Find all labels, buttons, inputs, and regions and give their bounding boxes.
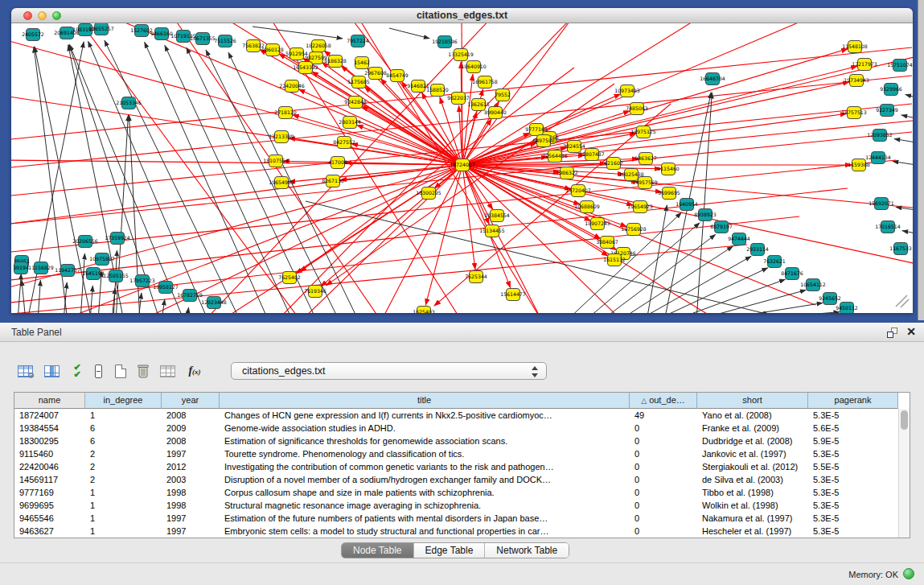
table-cell[interactable]: 9463627 bbox=[14, 525, 85, 538]
table-cell[interactable]: 1997 bbox=[162, 525, 220, 538]
table-cell[interactable]: 0 bbox=[630, 473, 697, 486]
table-cell[interactable]: Estimation of significance thresholds fo… bbox=[220, 435, 630, 447]
table-cell[interactable]: Estimation of the future numbers of pati… bbox=[220, 512, 630, 525]
window-titlebar[interactable]: citations_edges.txt bbox=[11, 8, 913, 23]
table-cell[interactable]: 1 bbox=[85, 525, 162, 538]
table-cell[interactable]: Dudbridge et al. (2008) bbox=[697, 435, 808, 447]
table-cell[interactable]: 5.5E-5 bbox=[808, 460, 898, 473]
column-header-name[interactable]: name bbox=[14, 393, 85, 409]
table-cell[interactable]: 0 bbox=[630, 460, 697, 473]
table-cell[interactable]: 14569117 bbox=[14, 473, 85, 486]
table-cell[interactable]: 18300295 bbox=[14, 435, 85, 447]
table-cell[interactable]: 9465546 bbox=[14, 512, 85, 525]
table-cell[interactable]: Embryonic stem cells: a model to study s… bbox=[220, 525, 630, 538]
table-row[interactable]: 1456911722003Disruption of a novel membe… bbox=[14, 473, 898, 486]
citation-network-graph[interactable]: 2405572206914061883197410655257152760294… bbox=[11, 23, 913, 313]
table-header-row[interactable]: namein_degreeyeartitle△out_de…shortpager… bbox=[14, 393, 898, 409]
table-cell[interactable]: 5.3E-5 bbox=[808, 499, 898, 512]
table-cell[interactable]: 2003 bbox=[162, 473, 220, 486]
table-cell[interactable]: 2009 bbox=[162, 422, 220, 435]
table-cell[interactable]: Hescheler et al. (1997) bbox=[697, 525, 808, 538]
table-scrollbar[interactable] bbox=[898, 409, 910, 538]
table-cell[interactable]: 2 bbox=[85, 460, 162, 473]
table-cell[interactable]: 9115460 bbox=[14, 447, 85, 460]
table-row[interactable]: 2242004622012Investigating the contribut… bbox=[14, 460, 898, 473]
table-cell[interactable]: 5.3E-5 bbox=[808, 473, 898, 486]
table-cell[interactable]: 1 bbox=[85, 499, 162, 512]
function-builder-icon[interactable]: f(x) bbox=[185, 361, 204, 381]
scrollbar-thumb[interactable] bbox=[901, 410, 908, 430]
table-cell[interactable]: 1 bbox=[85, 486, 162, 499]
table-cell[interactable]: 0 bbox=[630, 525, 697, 538]
table-cell[interactable]: 5.3E-5 bbox=[808, 447, 898, 460]
table-cell[interactable]: 1998 bbox=[162, 486, 220, 499]
column-header-out_de[interactable]: △out_de… bbox=[630, 393, 697, 409]
table-cell[interactable]: Structural magnetic resonance image aver… bbox=[220, 499, 630, 512]
table-cell[interactable]: de Silva et al. (2003) bbox=[697, 473, 808, 486]
network-canvas[interactable]: 2405572206914061883197410655257152760294… bbox=[11, 23, 913, 313]
table-cell[interactable]: 5.3E-5 bbox=[808, 525, 898, 538]
table-selector-dropdown[interactable]: citations_edges.txt bbox=[231, 362, 547, 380]
table-row[interactable]: 1830029562008Estimation of significance … bbox=[14, 435, 898, 447]
table-cell[interactable]: 0 bbox=[630, 499, 697, 512]
table-cell[interactable]: 6 bbox=[85, 422, 162, 435]
table-cell[interactable]: Stergiakouli et al. (2012) bbox=[697, 460, 808, 473]
float-panel-icon[interactable] bbox=[887, 328, 897, 338]
table-row[interactable]: 946362711997Embryonic stem cells: a mode… bbox=[14, 525, 898, 538]
table-row[interactable]: 946554611997Estimation of the future num… bbox=[14, 512, 898, 525]
table-cell[interactable]: 1 bbox=[85, 512, 162, 525]
table-cell[interactable]: 0 bbox=[630, 447, 697, 460]
table-row[interactable]: 977716911998Corpus callosum shape and si… bbox=[14, 486, 898, 499]
table-cell[interactable]: 9777169 bbox=[14, 486, 85, 499]
table-cell[interactable]: Disruption of a novel member of a sodium… bbox=[220, 473, 630, 486]
table-cell[interactable]: Franke et al. (2009) bbox=[697, 422, 808, 435]
tab-edge-table[interactable]: Edge Table bbox=[414, 543, 486, 558]
table-cell[interactable]: Investigating the contribution of common… bbox=[220, 460, 630, 473]
table-cell[interactable]: Corpus callosum shape and size in male p… bbox=[220, 486, 630, 499]
column-header-year[interactable]: year bbox=[162, 393, 220, 409]
table-cell[interactable]: 19384554 bbox=[14, 422, 85, 435]
table-cell[interactable]: 1997 bbox=[162, 447, 220, 460]
table-row[interactable]: 1938455462009Genome-wide association stu… bbox=[14, 422, 898, 435]
table-cell[interactable]: 9699695 bbox=[14, 499, 85, 512]
column-header-in_degree[interactable]: in_degree bbox=[85, 393, 162, 409]
table-cell[interactable]: 2 bbox=[85, 473, 162, 486]
new-table-icon[interactable] bbox=[111, 361, 130, 381]
desktop-scroll-strip[interactable] bbox=[918, 0, 924, 320]
column-selector-icon[interactable] bbox=[42, 361, 61, 381]
table-cell[interactable]: 5.3E-5 bbox=[808, 486, 898, 499]
table-cell[interactable]: Changes of HCN gene expression and I(f) … bbox=[220, 409, 630, 422]
network-view-window[interactable]: citations_edges.txt 24055722069140618831… bbox=[11, 8, 913, 313]
table-cell[interactable]: 2008 bbox=[162, 409, 220, 422]
table-cell[interactable]: 0 bbox=[630, 512, 697, 525]
table-cell[interactable]: 18724007 bbox=[14, 409, 85, 422]
table-settings-icon[interactable]: ⚙ bbox=[15, 361, 35, 381]
memory-status-led-icon[interactable] bbox=[903, 568, 914, 579]
column-header-pagerank[interactable]: pagerank bbox=[808, 393, 898, 409]
table-cell[interactable]: 49 bbox=[630, 409, 697, 422]
table-row[interactable]: 1872400712008Changes of HCN gene express… bbox=[14, 409, 898, 422]
column-header-short[interactable]: short bbox=[697, 393, 808, 409]
tab-network-table[interactable]: Network Table bbox=[485, 543, 569, 558]
table-cell[interactable]: Tibbo et al. (1998) bbox=[697, 486, 808, 499]
table-cell[interactable]: 0 bbox=[630, 486, 697, 499]
table-cell[interactable]: Tourette syndrome. Phenomenology and cla… bbox=[220, 447, 630, 460]
table-row[interactable]: 969969511998Structural magnetic resonanc… bbox=[14, 499, 898, 512]
table-cell[interactable]: 1997 bbox=[162, 512, 220, 525]
table-cell[interactable]: 5.9E-5 bbox=[808, 435, 898, 447]
table-cell[interactable]: 2 bbox=[85, 447, 162, 460]
table-cell[interactable]: 0 bbox=[630, 435, 697, 447]
table-cell[interactable]: 5.3E-5 bbox=[808, 512, 898, 525]
table-row[interactable]: 911546021997Tourette syndrome. Phenomeno… bbox=[14, 447, 898, 460]
table-cell[interactable]: Genome-wide association studies in ADHD. bbox=[220, 422, 630, 435]
table-cell[interactable]: Nakamura et al. (1997) bbox=[697, 512, 808, 525]
table-cell[interactable]: 2008 bbox=[162, 435, 220, 447]
row-height-icon[interactable] bbox=[88, 361, 108, 381]
table-cell[interactable]: 5.3E-5 bbox=[808, 409, 898, 422]
select-rows-icon[interactable]: ✔✔ bbox=[68, 361, 87, 381]
table-cell[interactable]: 6 bbox=[85, 435, 162, 447]
table-cell[interactable]: 0 bbox=[630, 422, 697, 435]
table-cell[interactable]: 2012 bbox=[162, 460, 220, 473]
close-panel-icon[interactable]: ✕ bbox=[906, 325, 916, 338]
table-cell[interactable]: Jankovic et al. (1997) bbox=[697, 447, 808, 460]
